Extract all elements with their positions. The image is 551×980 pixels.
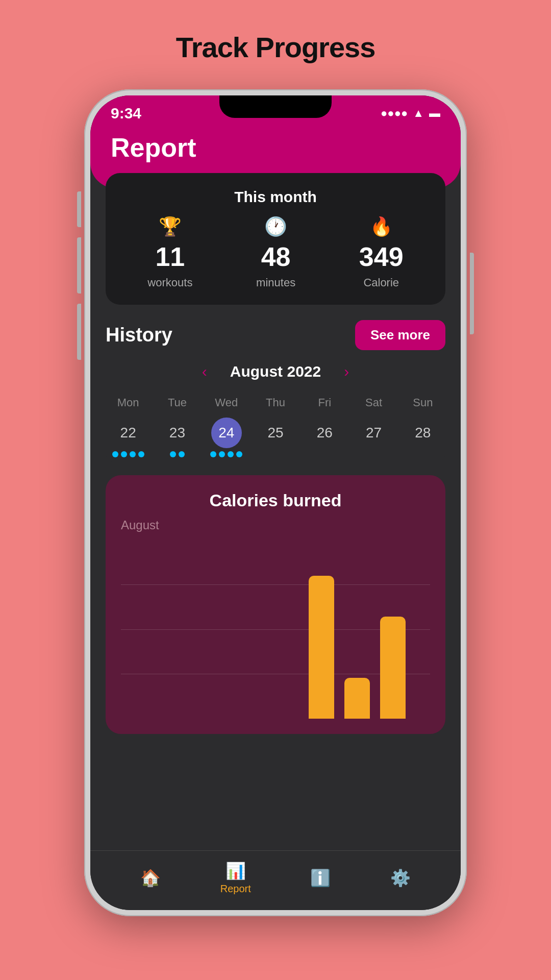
see-more-button[interactable]: See more bbox=[355, 320, 445, 350]
side-button-silent bbox=[77, 191, 81, 227]
cal-month-label: August 2022 bbox=[230, 363, 321, 380]
day-header-fri: Fri bbox=[302, 393, 347, 412]
cal-dot bbox=[210, 451, 216, 457]
calories-section: Calories burned August bbox=[106, 475, 445, 734]
settings-icon: ⚙️ bbox=[390, 868, 411, 888]
history-title: History bbox=[106, 324, 172, 346]
bottom-nav: 🏠 📊 Report ℹ️ ⚙️ bbox=[90, 850, 461, 910]
cal-dot bbox=[112, 451, 118, 457]
cal-dots-22 bbox=[112, 451, 144, 457]
wifi-icon: ▲ bbox=[413, 107, 424, 120]
workouts-label: workouts bbox=[147, 276, 192, 289]
phone-screen: 9:34 ●●●● ▲ ▬ Report This month 🏆 11 wor… bbox=[90, 95, 461, 910]
clock-icon: 🕐 bbox=[264, 216, 287, 237]
day-header-tue: Tue bbox=[155, 393, 199, 412]
cal-day-num-24: 24 bbox=[211, 418, 242, 448]
stat-minutes: 🕐 48 minutes bbox=[256, 216, 295, 289]
nav-settings[interactable]: ⚙️ bbox=[390, 868, 411, 888]
cal-dot bbox=[130, 451, 136, 457]
cal-day-num-27: 27 bbox=[359, 418, 389, 448]
bars-container bbox=[126, 540, 406, 719]
cal-dot bbox=[138, 451, 144, 457]
cal-dot bbox=[179, 451, 185, 457]
page-title: Track Progress bbox=[176, 31, 375, 64]
nav-home[interactable]: 🏠 bbox=[140, 868, 161, 888]
cal-dots-24 bbox=[210, 451, 242, 457]
cal-day-num-25: 25 bbox=[260, 418, 291, 448]
content-area: History See more ‹ August 2022 › Mon Tue… bbox=[90, 305, 461, 850]
cal-day-headers: Mon Tue Wed Thu Fri Sat Sun bbox=[106, 393, 445, 412]
cal-dot bbox=[236, 451, 242, 457]
home-icon: 🏠 bbox=[140, 868, 161, 888]
cal-day-23[interactable]: 23 bbox=[155, 412, 199, 462]
cal-dot bbox=[121, 451, 127, 457]
side-button-vol-down bbox=[77, 304, 81, 360]
signal-icon: ●●●● bbox=[381, 107, 408, 120]
cal-day-24[interactable]: 24 bbox=[204, 412, 249, 462]
side-button-power bbox=[470, 253, 474, 334]
month-card-title: This month bbox=[116, 188, 435, 206]
stat-workouts: 🏆 11 workouts bbox=[147, 216, 192, 289]
calorie-value: 349 bbox=[359, 241, 404, 272]
history-section-header: History See more bbox=[106, 320, 445, 350]
day-header-sat: Sat bbox=[351, 393, 396, 412]
day-header-wed: Wed bbox=[204, 393, 249, 412]
calories-title: Calories burned bbox=[121, 491, 430, 510]
cal-day-26[interactable]: 26 bbox=[302, 412, 347, 462]
cal-day-25[interactable]: 25 bbox=[253, 412, 298, 462]
chart-bar-2 bbox=[380, 617, 406, 719]
cal-dots-23 bbox=[170, 451, 185, 457]
cal-days-row: 22232425262728 bbox=[106, 412, 445, 462]
cal-dot bbox=[228, 451, 234, 457]
notch bbox=[219, 95, 332, 118]
report-icon: 📊 bbox=[226, 861, 246, 880]
day-header-thu: Thu bbox=[253, 393, 298, 412]
calorie-label: Calorie bbox=[363, 276, 399, 289]
phone-shell: 9:34 ●●●● ▲ ▬ Report This month 🏆 11 wor… bbox=[84, 89, 467, 916]
cal-prev-button[interactable]: ‹ bbox=[194, 360, 215, 383]
chart-area bbox=[121, 540, 430, 719]
cal-dot bbox=[219, 451, 225, 457]
month-card: This month 🏆 11 workouts 🕐 48 minutes 🔥 … bbox=[106, 173, 445, 305]
cal-day-num-23: 23 bbox=[162, 418, 192, 448]
day-header-sun: Sun bbox=[400, 393, 445, 412]
nav-info[interactable]: ℹ️ bbox=[310, 868, 331, 888]
report-label: Report bbox=[220, 883, 251, 895]
minutes-value: 48 bbox=[261, 241, 291, 272]
cal-day-num-22: 22 bbox=[113, 418, 143, 448]
battery-icon: ▬ bbox=[429, 107, 440, 120]
status-time: 9:34 bbox=[111, 105, 141, 122]
trophy-icon: 🏆 bbox=[159, 216, 182, 237]
month-stats: 🏆 11 workouts 🕐 48 minutes 🔥 349 Calorie bbox=[116, 216, 435, 289]
workouts-value: 11 bbox=[155, 241, 185, 272]
cal-day-27[interactable]: 27 bbox=[351, 412, 396, 462]
chart-label: August bbox=[121, 518, 430, 532]
cal-dot bbox=[170, 451, 176, 457]
cal-day-28[interactable]: 28 bbox=[400, 412, 445, 462]
cal-day-22[interactable]: 22 bbox=[106, 412, 151, 462]
cal-next-button[interactable]: › bbox=[336, 360, 357, 383]
cal-day-num-26: 26 bbox=[309, 418, 340, 448]
day-header-mon: Mon bbox=[106, 393, 151, 412]
calendar-header: ‹ August 2022 › bbox=[106, 360, 445, 383]
header-title: Report bbox=[111, 133, 196, 162]
chart-bar-1 bbox=[344, 678, 370, 719]
calendar: ‹ August 2022 › Mon Tue Wed Thu Fri Sat … bbox=[106, 360, 445, 462]
side-button-vol-up bbox=[77, 237, 81, 293]
fire-icon: 🔥 bbox=[370, 216, 393, 237]
chart-bar-0 bbox=[309, 576, 334, 719]
nav-report[interactable]: 📊 Report bbox=[220, 861, 251, 895]
stat-calorie: 🔥 349 Calorie bbox=[359, 216, 404, 289]
status-icons: ●●●● ▲ ▬ bbox=[381, 107, 440, 120]
info-icon: ℹ️ bbox=[310, 868, 331, 888]
cal-day-num-28: 28 bbox=[408, 418, 438, 448]
minutes-label: minutes bbox=[256, 276, 295, 289]
